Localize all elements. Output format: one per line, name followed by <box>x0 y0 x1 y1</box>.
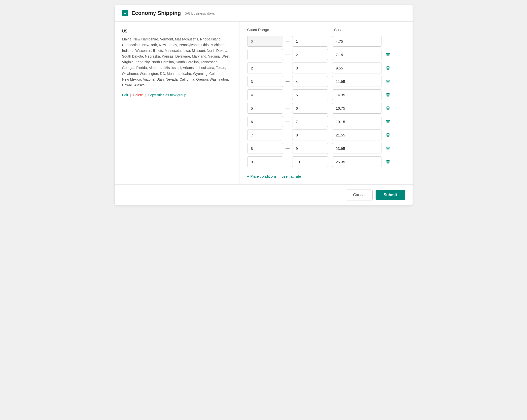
range-from-input[interactable] <box>247 63 283 73</box>
range-from-input[interactable] <box>247 103 283 114</box>
range-from-input[interactable] <box>247 129 283 140</box>
delete-row-button[interactable] <box>384 118 392 125</box>
range-from-input[interactable] <box>247 143 283 154</box>
range-to-input[interactable] <box>292 129 328 140</box>
cost-input-group: USD <box>332 129 382 140</box>
sep-1: | <box>130 93 131 97</box>
delete-row-button[interactable] <box>384 158 392 165</box>
main-content: US Maine, New Hampshire, Vermont, Massac… <box>115 22 413 184</box>
rate-row: —USD <box>247 63 405 73</box>
add-price-conditions-button[interactable]: + Price conditions <box>247 174 277 178</box>
cancel-button[interactable]: Cancel <box>346 190 373 200</box>
rate-row: —USD <box>247 143 405 154</box>
shipping-checkbox[interactable] <box>122 10 128 16</box>
header: Economy Shipping 5-8 business days <box>115 5 413 22</box>
footer: Cancel Submit <box>115 184 413 205</box>
rate-row: —USD <box>247 103 405 114</box>
range-from-input[interactable] <box>247 76 283 87</box>
range-to-input[interactable] <box>292 116 328 127</box>
edit-link[interactable]: Edit <box>122 93 128 97</box>
range-from-input[interactable] <box>247 89 283 100</box>
range-from-input[interactable] <box>247 49 283 60</box>
cost-input[interactable] <box>332 157 382 167</box>
col-count-range-header: Count Range <box>247 28 332 32</box>
range-to-input[interactable] <box>292 89 328 100</box>
rate-row: —USD <box>247 36 405 47</box>
region-label: US <box>122 29 232 33</box>
right-panel: Count Range Cost —USD—USD —USD —USD <box>240 22 413 184</box>
region-list: Maine, New Hampshire, Vermont, Massachus… <box>122 36 232 88</box>
shipping-title: Economy Shipping <box>132 10 181 16</box>
use-flat-rate-button[interactable]: use flat rate <box>281 174 301 178</box>
range-from-input[interactable] <box>247 116 283 127</box>
range-from-input[interactable] <box>247 36 283 47</box>
range-to-input[interactable] <box>292 156 328 167</box>
range-separator: — <box>286 119 290 124</box>
range-separator: — <box>286 39 290 43</box>
delete-row-button[interactable] <box>384 51 392 58</box>
cost-input[interactable] <box>332 116 382 127</box>
cost-input-group: USD <box>332 63 382 73</box>
delete-row-button[interactable] <box>384 145 392 152</box>
range-separator: — <box>286 133 290 137</box>
delete-link[interactable]: Delete <box>133 93 143 97</box>
range-to-input[interactable] <box>292 49 328 60</box>
sep-2: | <box>145 93 146 97</box>
cost-input-group: USD <box>332 76 382 87</box>
bottom-actions: + Price conditions use flat rate <box>247 172 405 178</box>
rate-row: —USD <box>247 156 405 167</box>
cost-input[interactable] <box>332 130 382 140</box>
delete-row-button[interactable] <box>384 91 392 98</box>
range-to-input[interactable] <box>292 103 328 114</box>
delete-row-button[interactable] <box>384 64 392 72</box>
delete-row-button[interactable] <box>384 104 392 112</box>
cost-input[interactable] <box>332 76 382 87</box>
cost-input-group: USD <box>332 36 382 47</box>
cost-input-group: USD <box>332 49 382 60</box>
range-separator: — <box>286 93 290 97</box>
range-separator: — <box>286 52 290 57</box>
range-separator: — <box>286 146 290 151</box>
rate-rows: —USD—USD —USD —USD —USD <box>247 36 405 167</box>
rate-row: —USD <box>247 76 405 87</box>
cost-input[interactable] <box>332 90 382 100</box>
cost-input[interactable] <box>332 63 382 73</box>
cost-input-group: USD <box>332 89 382 100</box>
rate-row: —USD <box>247 116 405 127</box>
cost-input[interactable] <box>332 143 382 154</box>
range-separator: — <box>286 66 290 70</box>
copy-link[interactable]: Copy rules as new group <box>148 93 186 97</box>
delete-row-button[interactable] <box>384 131 392 139</box>
rate-row: —USD <box>247 49 405 60</box>
rate-row: —USD <box>247 89 405 100</box>
range-separator: — <box>286 79 290 84</box>
left-panel: US Maine, New Hampshire, Vermont, Massac… <box>115 22 240 184</box>
range-separator: — <box>286 106 290 110</box>
range-to-input[interactable] <box>292 63 328 73</box>
cost-input[interactable] <box>332 49 382 60</box>
cost-input-group: USD <box>332 143 382 154</box>
cost-input-group: USD <box>332 116 382 127</box>
range-separator: — <box>286 160 290 164</box>
cost-input-group: USD <box>332 103 382 114</box>
range-from-input[interactable] <box>247 156 283 167</box>
cost-input[interactable] <box>332 103 382 113</box>
delete-row-button[interactable] <box>384 78 392 85</box>
col-cost-header: Cost <box>334 28 342 32</box>
column-headers: Count Range Cost <box>247 28 405 32</box>
cost-input-group: USD <box>332 156 382 167</box>
main-container: Economy Shipping 5-8 business days US Ma… <box>115 5 413 205</box>
submit-button[interactable]: Submit <box>376 190 405 200</box>
rate-row: —USD <box>247 129 405 140</box>
range-to-input[interactable] <box>292 76 328 87</box>
cost-input[interactable] <box>332 36 382 46</box>
range-to-input[interactable] <box>292 143 328 154</box>
shipping-subtitle: 5-8 business days <box>185 11 215 15</box>
action-links: Edit | Delete | Copy rules as new group <box>122 93 232 97</box>
range-to-input[interactable] <box>292 36 328 47</box>
